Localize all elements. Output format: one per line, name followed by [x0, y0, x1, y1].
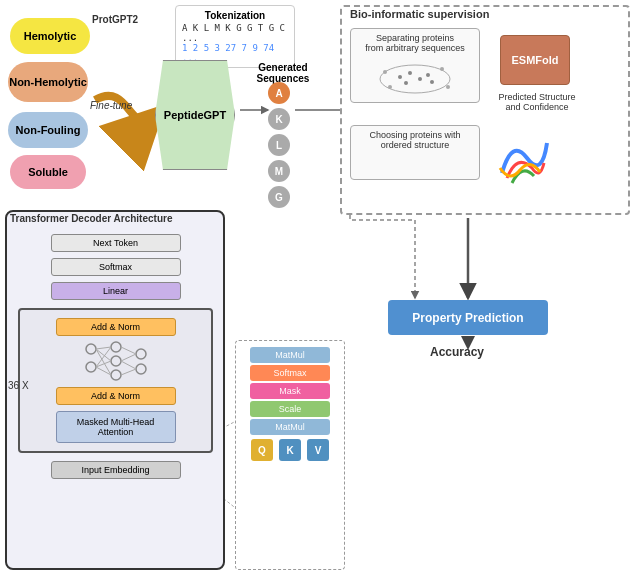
- accuracy-label: Accuracy: [430, 345, 484, 359]
- svg-point-1: [398, 75, 402, 79]
- next-token-box: Next Token: [51, 234, 181, 252]
- add-norm2-box: Add & Norm: [56, 387, 176, 405]
- choose-proteins-box: Choosing proteins with ordered structure: [350, 125, 480, 180]
- peptidegpt-box: PeptideGPT: [155, 60, 235, 170]
- svg-point-17: [136, 364, 146, 374]
- softmax-box: Softmax: [51, 258, 181, 276]
- transformer-decoder-title: Transformer Decoder Architecture: [10, 213, 172, 224]
- svg-line-24: [121, 347, 136, 354]
- soluble-label: Soluble: [10, 155, 86, 189]
- svg-point-5: [404, 81, 408, 85]
- generated-sequences-label: Generated Sequences: [248, 62, 318, 84]
- svg-point-15: [111, 370, 121, 380]
- matmul-top-box: MatMul: [250, 347, 330, 363]
- linear-box: Linear: [51, 282, 181, 300]
- aa-circles: A K L M G: [268, 82, 290, 208]
- tokenization-box: Tokenization A K L M K G G T G C ... 1 2…: [175, 5, 295, 68]
- aa-circle-m: M: [268, 160, 290, 182]
- scatter-plot-svg: [370, 57, 460, 95]
- svg-line-25: [121, 354, 136, 361]
- add-norm1-box: Add & Norm: [56, 318, 176, 336]
- sep-proteins-diagram: [355, 57, 475, 95]
- q-box: Q: [251, 439, 273, 461]
- sep-proteins-text: Separating proteins from arbitrary seque…: [355, 33, 475, 53]
- tokenization-title: Tokenization: [182, 10, 288, 21]
- thirty-six-x-label: 36 X: [8, 380, 29, 391]
- non-fouling-label: Non-Fouling: [8, 112, 88, 148]
- sep-proteins-box: Separating proteins from arbitrary seque…: [350, 28, 480, 103]
- attention-detail-box: MatMul Softmax Mask Scale MatMul Q K V: [235, 340, 345, 570]
- svg-point-16: [136, 349, 146, 359]
- aa-circle-g: G: [268, 186, 290, 208]
- svg-point-7: [388, 85, 392, 89]
- matmul-bot-box: MatMul: [250, 419, 330, 435]
- protgpt2-label: ProtGPT2: [92, 14, 138, 25]
- qkv-row: Q K V: [240, 439, 340, 461]
- svg-point-8: [440, 67, 444, 71]
- choose-proteins-text: Choosing proteins with ordered structure: [355, 130, 475, 150]
- input-embedding-box: Input Embedding: [51, 461, 181, 479]
- svg-point-3: [418, 77, 422, 81]
- svg-point-2: [408, 71, 412, 75]
- bio-supervision-title: Bio-informatic supervision: [350, 8, 489, 20]
- diagram-container: Hemolytic Non-Hemolytic Non-Fouling Solu…: [0, 0, 640, 583]
- svg-point-12: [86, 362, 96, 372]
- svg-point-4: [426, 73, 430, 77]
- aa-circle-l: L: [268, 134, 290, 156]
- pred-struct-label: Predicted Structure and Confidence: [487, 92, 587, 112]
- scale-box: Scale: [250, 401, 330, 417]
- property-prediction-box: Property Prediction: [388, 300, 548, 335]
- neural-net-svg: [76, 339, 156, 384]
- finetune-label: Fine-tune: [90, 100, 132, 111]
- svg-point-10: [446, 85, 450, 89]
- svg-line-27: [121, 369, 136, 375]
- masked-mha-box: Masked Multi-Head Attention: [56, 411, 176, 443]
- svg-point-14: [111, 356, 121, 366]
- esmfold-box: ESMFold: [500, 35, 570, 85]
- transformer-inner: Next Token Softmax Linear Add & Norm: [18, 232, 213, 481]
- svg-point-11: [86, 344, 96, 354]
- tokenization-seq: A K L M K G G T G C ...: [182, 23, 288, 43]
- svg-point-13: [111, 342, 121, 352]
- aa-circle-a: A: [268, 82, 290, 104]
- hemolytic-label: Hemolytic: [10, 18, 90, 54]
- svg-point-9: [383, 70, 387, 74]
- aa-circle-k: K: [268, 108, 290, 130]
- svg-point-6: [430, 80, 434, 84]
- k-box: K: [279, 439, 301, 461]
- mask-box: Mask: [250, 383, 330, 399]
- non-hemolytic-label: Non-Hemolytic: [8, 62, 88, 102]
- protein-structure-svg: [492, 128, 557, 188]
- v-box: V: [307, 439, 329, 461]
- svg-line-26: [121, 361, 136, 369]
- softmax-att-box: Softmax: [250, 365, 330, 381]
- svg-line-18: [96, 347, 111, 349]
